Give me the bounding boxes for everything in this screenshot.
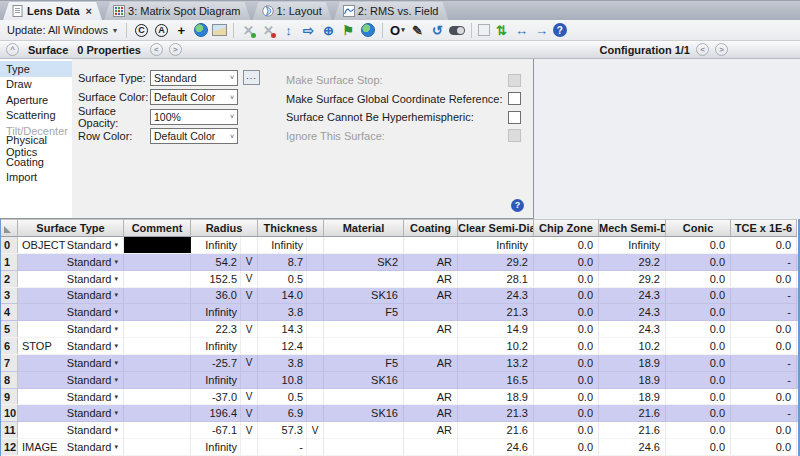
coating-cell[interactable]	[404, 372, 458, 388]
mech-semi-dia-cell[interactable]: 21.6	[599, 405, 666, 421]
clear-semi-dia-cell[interactable]: 16.5	[458, 372, 534, 388]
thickness-cell[interactable]: 3.8	[258, 304, 324, 320]
next-surface-button[interactable]: >	[169, 43, 182, 56]
surface-type-cell[interactable]: OBJECTStandard▾	[18, 237, 124, 253]
chip-zone-cell[interactable]: 0.0	[534, 355, 599, 371]
tce-cell[interactable]: 0.0	[731, 389, 797, 405]
previous-surface-button[interactable]: <	[150, 43, 163, 56]
comment-cell[interactable]	[124, 439, 191, 455]
tce-cell[interactable]: 0.0	[731, 271, 797, 287]
chip-zone-cell[interactable]: 0.0	[534, 422, 599, 438]
surface-type-dropdown[interactable]: Standard▾	[67, 407, 123, 419]
column-header-coating[interactable]: Coating	[404, 219, 458, 237]
conic-cell[interactable]: 0.0	[666, 321, 731, 337]
tce-cell[interactable]: -	[731, 288, 797, 304]
surface-type-dropdown[interactable]: Standard▾	[67, 374, 123, 386]
comment-cell[interactable]	[124, 338, 191, 354]
next-configuration-button[interactable]: >	[715, 43, 728, 56]
material-cell[interactable]: SK2	[324, 254, 404, 270]
row-number[interactable]: 9	[1, 389, 18, 405]
thickness-cell[interactable]: 12.4	[258, 338, 324, 354]
chip-zone-cell[interactable]: 0.0	[534, 439, 599, 455]
tab-2-rms-vs-field[interactable]: 2: RMS vs. Field	[334, 2, 449, 20]
sidebar-item-physical-optics[interactable]: Physical Optics	[0, 139, 72, 155]
chip-zone-cell[interactable]: 0.0	[534, 372, 599, 388]
radius-cell[interactable]: 36.0V	[191, 288, 258, 304]
surface-type-dropdown[interactable]: Standard▾	[67, 340, 123, 352]
row-number[interactable]: 11	[1, 422, 18, 438]
surface-type-dropdown[interactable]: Standard▾	[67, 306, 123, 318]
swap-rows-icon[interactable]: ⇅	[493, 22, 510, 39]
radius-cell[interactable]: -37.0V	[191, 389, 258, 405]
clear-semi-dia-cell[interactable]: 18.9	[458, 389, 534, 405]
image-export-icon[interactable]	[212, 24, 227, 36]
surface-type-cell[interactable]: Standard▾	[18, 304, 124, 320]
column-header-clear-semi-dia[interactable]: Clear Semi-Dia	[458, 219, 534, 237]
surface-cannot-be-hyperhemispheric-checkbox[interactable]	[508, 111, 521, 124]
scale-lens-icon[interactable]: ⊕	[320, 22, 337, 39]
material-cell[interactable]: SK16	[324, 405, 404, 421]
clear-semi-dia-cell[interactable]: 24.3	[458, 288, 534, 304]
radius-cell[interactable]: 22.3V	[191, 321, 258, 337]
mech-semi-dia-cell[interactable]: 24.3	[599, 288, 666, 304]
coating-cell[interactable]: AR	[404, 288, 458, 304]
surface-type-cell[interactable]: Standard▾	[18, 254, 124, 270]
row-number[interactable]: 2	[1, 271, 18, 287]
comment-cell[interactable]	[124, 321, 191, 337]
conic-cell[interactable]: 0.0	[666, 422, 731, 438]
coating-cell[interactable]: AR	[404, 389, 458, 405]
tab-3-matrix-spot-diagram[interactable]: 3: Matrix Spot Diagram	[104, 2, 250, 20]
surface-type-dropdown[interactable]: Standard▾	[67, 391, 123, 403]
delete-surface-icon[interactable]: ✕	[260, 22, 277, 39]
help-icon[interactable]: ?	[511, 199, 524, 212]
coating-cell[interactable]: AR	[404, 321, 458, 337]
material-cell[interactable]	[324, 321, 404, 337]
mech-semi-dia-cell[interactable]: 18.9	[599, 389, 666, 405]
previous-configuration-button[interactable]: <	[696, 43, 709, 56]
close-icon[interactable]: ×	[86, 6, 92, 16]
conic-cell[interactable]: 0.0	[666, 372, 731, 388]
radius-cell[interactable]: Infinity	[191, 439, 258, 455]
surface-type-cell[interactable]: Standard▾	[18, 405, 124, 421]
chip-zone-cell[interactable]: 0.0	[534, 271, 599, 287]
mech-semi-dia-cell[interactable]: 24.3	[599, 304, 666, 320]
tab-lens-data[interactable]: Lens Data×	[3, 2, 102, 20]
surface-type-cell[interactable]: IMAGEStandard▾	[18, 439, 124, 455]
comment-cell[interactable]	[124, 237, 191, 253]
surface-type-dropdown[interactable]: Standard▾	[67, 357, 123, 369]
surface-type-dropdown[interactable]: Standard˅	[150, 70, 238, 86]
clear-semi-dia-cell[interactable]: 14.9	[458, 321, 534, 337]
surface-type-dropdown[interactable]: Standard▾	[67, 256, 123, 268]
comment-cell[interactable]	[124, 304, 191, 320]
clear-semi-dia-cell[interactable]: Infinity	[458, 237, 534, 253]
row-number[interactable]: 0	[1, 237, 18, 253]
sidebar-item-type[interactable]: Type	[0, 61, 72, 77]
comment-cell[interactable]	[124, 389, 191, 405]
material-cell[interactable]	[324, 439, 404, 455]
radius-cell[interactable]: 54.2V	[191, 254, 258, 270]
chip-zone-cell[interactable]: 0.0	[534, 304, 599, 320]
insert-surface-icon[interactable]: ✕	[240, 22, 257, 39]
radius-cell[interactable]: Infinity	[191, 372, 258, 388]
clear-semi-dia-cell[interactable]: 21.3	[458, 405, 534, 421]
fold-mirror-icon[interactable]: ↕	[280, 22, 297, 39]
surface-type-cell[interactable]: Standard▾	[18, 389, 124, 405]
row-number[interactable]: 7	[1, 355, 18, 371]
mech-semi-dia-cell[interactable]: 24.6	[599, 439, 666, 455]
tce-cell[interactable]: 0.0	[731, 237, 797, 253]
toggle-icon[interactable]	[449, 26, 465, 35]
tce-cell[interactable]: 0.0	[731, 321, 797, 337]
sidebar-item-scattering[interactable]: Scattering	[0, 108, 72, 124]
coating-cell[interactable]: AR	[404, 422, 458, 438]
surface-color-dropdown[interactable]: Default Color˅	[150, 89, 238, 105]
thickness-cell[interactable]: 10.8	[258, 372, 324, 388]
thickness-cell[interactable]: 3.8	[258, 355, 324, 371]
tce-cell[interactable]: 0.0	[731, 338, 797, 354]
coating-cell[interactable]	[404, 338, 458, 354]
sidebar-item-import[interactable]: Import	[0, 170, 72, 186]
mech-semi-dia-cell[interactable]: Infinity	[599, 237, 666, 253]
row-number[interactable]: 12	[1, 439, 18, 455]
global-coords-icon[interactable]	[361, 23, 375, 37]
surface-type-dropdown[interactable]: Standard▾	[67, 323, 123, 335]
clear-semi-dia-cell[interactable]: 24.6	[458, 439, 534, 455]
